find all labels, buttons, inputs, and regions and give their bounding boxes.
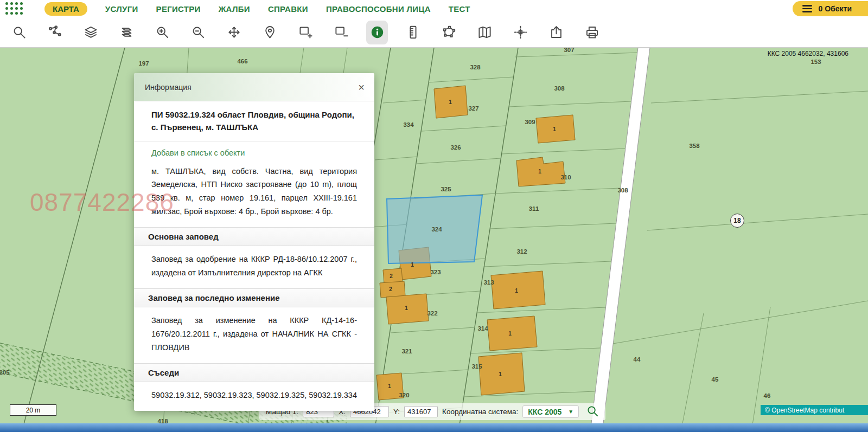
search-icon bbox=[12, 25, 27, 40]
parcel-label-308: 308 bbox=[554, 85, 564, 92]
cadastre-app: КАРТА УСЛУГИ РЕГИСТРИ ЖАЛБИ СПРАВКИ ПРАВ… bbox=[0, 0, 868, 432]
tool-map-overview[interactable] bbox=[474, 21, 495, 44]
building-label: 1 bbox=[538, 169, 541, 175]
info-popup-body: ПИ 59032.19.324 област Пловдив, община Р… bbox=[134, 101, 374, 402]
objects-count-label: 0 Обекти bbox=[819, 4, 852, 13]
tool-snap[interactable] bbox=[509, 21, 531, 44]
tool-locate[interactable] bbox=[259, 21, 280, 44]
select-tools-icon bbox=[48, 25, 62, 40]
tool-zoom-out[interactable] bbox=[187, 21, 209, 44]
top-navigation: КАРТА УСЛУГИ РЕГИСТРИ ЖАЛБИ СПРАВКИ ПРАВ… bbox=[0, 0, 868, 17]
measure-area-icon bbox=[442, 25, 456, 40]
parcel-node-marker: 18 bbox=[730, 214, 744, 228]
parcel-label-46: 46 bbox=[764, 392, 771, 399]
nav-spravki[interactable]: СПРАВКИ bbox=[268, 4, 308, 14]
tool-zoom-window-in[interactable] bbox=[295, 21, 316, 44]
osm-attribution[interactable]: © OpenStreetMap contribut bbox=[761, 405, 868, 415]
info-icon bbox=[370, 25, 385, 40]
parcel-title: ПИ 59032.19.324 област Пловдив, община Р… bbox=[134, 101, 374, 141]
parcel-label-309: 309 bbox=[525, 119, 535, 125]
tool-layers[interactable] bbox=[80, 21, 101, 44]
building-label: 1 bbox=[508, 331, 512, 337]
tool-select[interactable] bbox=[44, 21, 66, 44]
parcel-label-358: 358 bbox=[689, 143, 699, 149]
parcel-label-320: 320 bbox=[399, 392, 409, 398]
info-popup-header: Информация × bbox=[134, 73, 374, 101]
layer-stack-icon bbox=[119, 25, 134, 40]
parcel-details: м. ТАШЛЪКА, вид собств. Частна, вид тери… bbox=[134, 165, 374, 219]
parcel-label-197: 197 bbox=[138, 60, 149, 67]
parcel-label-327: 327 bbox=[468, 105, 478, 112]
location-pin-icon bbox=[263, 25, 277, 40]
tool-measure-area[interactable] bbox=[438, 21, 459, 44]
layers-icon bbox=[84, 25, 98, 40]
parcel-label-326: 326 bbox=[450, 144, 461, 151]
tool-print[interactable] bbox=[581, 21, 603, 44]
parcel-label-325: 325 bbox=[441, 186, 451, 192]
main-order-text: Заповед за одобрение на КККР РД-18-86/10… bbox=[134, 253, 374, 280]
tool-zoom-in[interactable] bbox=[151, 21, 173, 44]
search-icon bbox=[586, 405, 599, 417]
map-toolbar bbox=[0, 17, 868, 48]
tool-ruler[interactable] bbox=[402, 21, 424, 44]
bottom-strip bbox=[0, 423, 868, 432]
apps-grid-icon[interactable] bbox=[5, 2, 23, 15]
cadastral-map-graphics bbox=[0, 48, 868, 432]
crs-label: Координатна система: bbox=[442, 408, 518, 416]
pan-icon bbox=[227, 25, 241, 40]
section-main-order: Основна заповед bbox=[134, 227, 374, 246]
map-canvas[interactable]: 1974663073283273343083093263583103253083… bbox=[0, 48, 868, 432]
coordinate-search-button[interactable] bbox=[586, 405, 599, 419]
parcel-label-312: 312 bbox=[516, 248, 527, 255]
parcel-label-322: 322 bbox=[427, 310, 437, 317]
ruler-icon bbox=[406, 25, 420, 40]
parcel-label-313: 313 bbox=[483, 279, 494, 286]
objects-counter[interactable]: 0 Обекти bbox=[793, 1, 868, 16]
nav-pravosposobni-litsa[interactable]: ПРАВОСПОСОБНИ ЛИЦА bbox=[326, 4, 431, 14]
zoom-out-icon bbox=[191, 25, 206, 40]
parcel-label-153: 153 bbox=[810, 59, 821, 65]
close-icon[interactable]: × bbox=[358, 82, 365, 93]
tool-pan[interactable] bbox=[223, 21, 245, 44]
print-icon bbox=[585, 25, 599, 40]
building-label: 1 bbox=[449, 99, 452, 105]
parcel-label-321: 321 bbox=[401, 348, 412, 354]
section-last-change: Заповед за последно изменение bbox=[134, 288, 374, 307]
crs-value: ККС 2005 bbox=[528, 408, 561, 416]
parcel-label-308: 308 bbox=[617, 187, 628, 194]
building-label: 1 bbox=[499, 371, 502, 377]
nav-registri[interactable]: РЕГИСТРИ bbox=[156, 4, 201, 14]
tool-info[interactable] bbox=[366, 21, 388, 44]
tool-search[interactable] bbox=[8, 21, 30, 44]
zoom-window-in-icon bbox=[298, 25, 313, 40]
building-label: 1 bbox=[405, 305, 408, 311]
chevron-down-icon: ▼ bbox=[568, 409, 573, 415]
parcel-label-205: 205 bbox=[0, 369, 10, 376]
parcel-label-466: 466 bbox=[237, 58, 247, 65]
y-coordinate-input[interactable] bbox=[404, 406, 438, 417]
section-neighbors: Съседи bbox=[134, 363, 374, 382]
parcel-label-45: 45 bbox=[712, 376, 719, 383]
tool-layer-stack[interactable] bbox=[116, 21, 137, 44]
tool-zoom-window-out[interactable] bbox=[330, 21, 352, 44]
popup-title: Информация bbox=[145, 83, 192, 92]
map-corner-crs-label: ККС 2005 4662032, 431606 bbox=[768, 50, 848, 57]
building-label: 1 bbox=[411, 262, 414, 268]
parcel-label-315: 315 bbox=[471, 363, 482, 370]
parcel-label-310: 310 bbox=[560, 174, 571, 180]
nav-test[interactable]: ТЕСТ bbox=[449, 4, 470, 14]
building-label: 1 bbox=[388, 383, 391, 389]
map-overview-icon bbox=[477, 25, 492, 40]
building-label: 1 bbox=[515, 288, 518, 294]
parcel-label-328: 328 bbox=[470, 64, 480, 70]
add-to-objects-link[interactable]: Добави в списък с обекти bbox=[151, 149, 245, 157]
nav-zhalbi[interactable]: ЖАЛБИ bbox=[219, 4, 250, 14]
tool-export[interactable] bbox=[545, 21, 567, 44]
nav-karta[interactable]: КАРТА bbox=[44, 2, 87, 16]
menu-icon bbox=[802, 5, 812, 12]
nav-uslugi[interactable]: УСЛУГИ bbox=[105, 4, 138, 14]
zoom-in-icon bbox=[155, 25, 170, 40]
parcel-label-314: 314 bbox=[477, 325, 488, 332]
crs-dropdown[interactable]: ККС 2005 ▼ bbox=[522, 405, 579, 418]
parcel-label-323: 323 bbox=[430, 269, 441, 275]
